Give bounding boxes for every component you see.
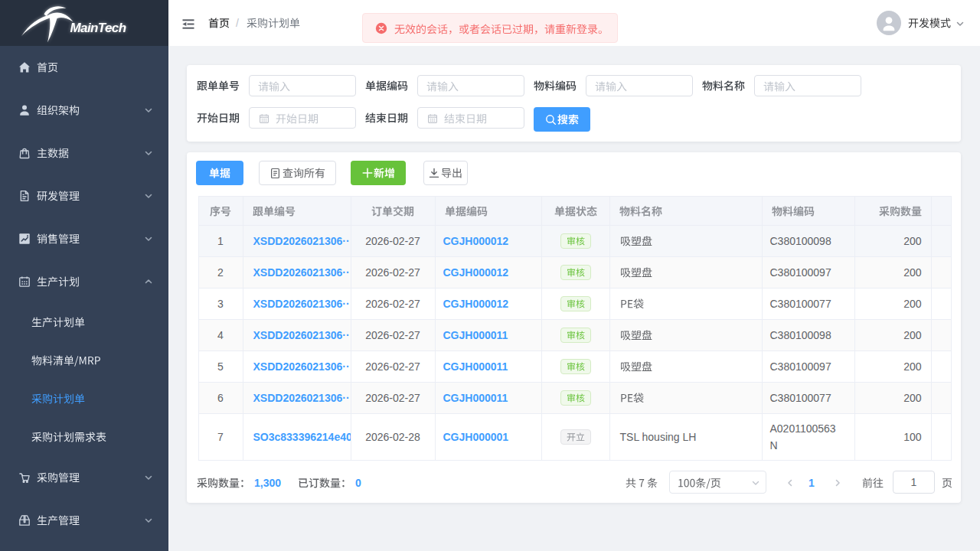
svg-text:MainTech: MainTech: [70, 21, 126, 35]
